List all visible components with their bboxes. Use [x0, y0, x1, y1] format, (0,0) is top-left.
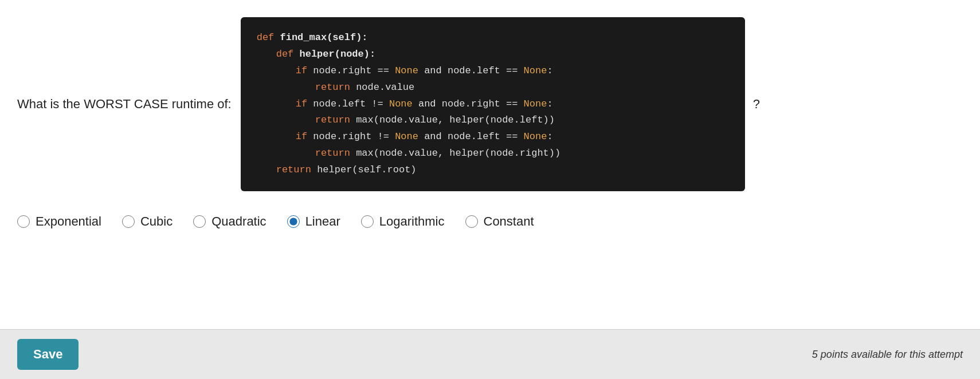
points-text: 5 points available for this attempt [812, 349, 963, 361]
keyword: return [276, 164, 317, 175]
keyword: if [296, 65, 313, 76]
code-text: node.right == [436, 98, 524, 109]
option-cubic[interactable]: Cubic [122, 214, 173, 229]
label-constant: Constant [484, 214, 534, 229]
keyword: if [296, 98, 313, 109]
question-area: What is the WORST CASE runtime of: def f… [17, 17, 963, 191]
label-quadratic: Quadratic [211, 214, 266, 229]
option-quadratic[interactable]: Quadratic [193, 214, 266, 229]
question-text: What is the WORST CASE runtime of: [17, 97, 232, 112]
label-cubic: Cubic [140, 214, 173, 229]
main-content: What is the WORST CASE runtime of: def f… [0, 0, 980, 329]
code-text: node.left == [442, 131, 524, 142]
keyword: def [276, 49, 300, 60]
none-keyword: None [395, 131, 418, 142]
code-text [418, 65, 424, 76]
code-line-9: return helper(self.root) [276, 162, 729, 179]
code-text [413, 98, 418, 109]
code-line-6: return max(node.value, helper(node.left)… [315, 112, 729, 129]
none-keyword: None [524, 65, 547, 76]
radio-exponential[interactable] [17, 215, 30, 228]
and-keyword: and [424, 65, 442, 76]
none-keyword: None [389, 98, 413, 109]
none-keyword: None [395, 65, 418, 76]
none-keyword: None [524, 98, 547, 109]
code-block-wrapper: def find_max(self): def helper(node): if… [241, 17, 760, 191]
code-text: node.left != [313, 98, 389, 109]
option-linear[interactable]: Linear [287, 214, 340, 229]
radio-cubic[interactable] [122, 215, 135, 228]
code-text: node.left == [442, 65, 524, 76]
code-text: : [547, 65, 552, 76]
function-name: find_max(self): [280, 32, 368, 43]
option-constant[interactable]: Constant [465, 214, 534, 229]
code-text: node.right != [313, 131, 395, 142]
code-line-3: if node.right == None and node.left == N… [296, 63, 729, 80]
code-text: helper(self.root) [317, 164, 416, 175]
save-button[interactable]: Save [17, 339, 79, 370]
label-exponential: Exponential [36, 214, 101, 229]
option-logarithmic[interactable]: Logarithmic [361, 214, 445, 229]
and-keyword: and [424, 131, 442, 142]
keyword: if [296, 131, 313, 142]
label-logarithmic: Logarithmic [379, 214, 445, 229]
code-line-1: def find_max(self): [257, 30, 729, 46]
code-line-4: return node.value [315, 80, 729, 96]
radio-linear[interactable] [287, 215, 300, 228]
radio-logarithmic[interactable] [361, 215, 374, 228]
none-keyword: None [524, 131, 547, 142]
code-text: : [547, 98, 552, 109]
keyword: return [315, 82, 356, 93]
radio-quadratic[interactable] [193, 215, 206, 228]
question-mark-symbol: ? [753, 97, 760, 112]
code-line-2: def helper(node): [276, 46, 729, 63]
option-exponential[interactable]: Exponential [17, 214, 101, 229]
code-line-8: return max(node.value, helper(node.right… [315, 145, 729, 162]
code-text [418, 131, 424, 142]
code-text: max(node.value, helper(node.right)) [356, 148, 560, 159]
code-block: def find_max(self): def helper(node): if… [241, 17, 745, 191]
keyword: def [257, 32, 280, 43]
answers-area: Exponential Cubic Quadratic Linear Logar… [17, 208, 963, 240]
keyword: return [315, 148, 356, 159]
code-text: max(node.value, helper(node.left)) [356, 115, 555, 125]
code-text: node.right == [313, 65, 395, 76]
footer-bar: Save 5 points available for this attempt [0, 329, 980, 379]
and-keyword: and [418, 98, 436, 109]
function-name: helper(node): [300, 49, 376, 60]
code-line-7: if node.right != None and node.left == N… [296, 129, 729, 145]
code-text: node.value [356, 82, 414, 93]
radio-constant[interactable] [465, 215, 478, 228]
code-text: : [547, 131, 552, 142]
code-line-5: if node.left != None and node.right == N… [296, 96, 729, 113]
label-linear: Linear [305, 214, 340, 229]
keyword: return [315, 115, 356, 125]
